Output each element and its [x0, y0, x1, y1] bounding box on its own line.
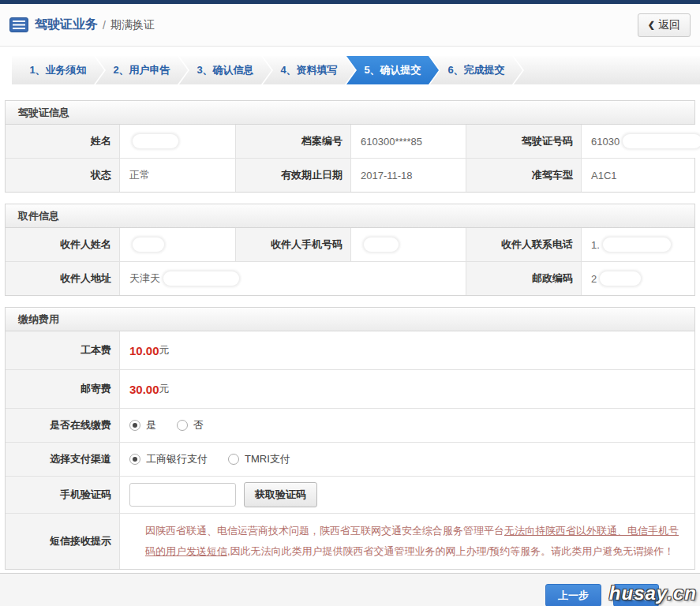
page-header: 驾驶证业务 / 期满换证 ❮ 返回 [0, 4, 700, 47]
table-row: 状态 正常 有效期止日期 2017-11-18 准驾车型 A1C1 [6, 158, 694, 192]
field-label-recipient-phone: 收件人联系电话 [466, 228, 582, 261]
field-label-name: 姓名 [6, 125, 120, 158]
breadcrumb-separator: / [103, 19, 106, 32]
field-label-expiry-date: 有效期止日期 [236, 159, 351, 192]
payment-channel-options: 工商银行支付 TMRI支付 [120, 443, 694, 476]
fee-row-postage: 邮寄费 30.00元 [6, 369, 694, 408]
field-label-recipient-address: 收件人地址 [6, 262, 120, 295]
footer-action-bar: 上一步 完成 [0, 573, 700, 606]
radio-label: TMRI支付 [245, 452, 290, 466]
section-title-pickup: 取件信息 [6, 204, 694, 228]
field-label-status: 状态 [6, 159, 120, 192]
field-value-vehicle-class: A1C1 [582, 159, 694, 192]
field-label-license-number: 驾驶证号码 [466, 125, 582, 158]
label-online-payment: 是否在线缴费 [6, 409, 120, 442]
section-pickup-info: 取件信息 收件人姓名 收件人手机号码 收件人联系电话 1. 收件人地址 天津天 … [5, 204, 695, 296]
section-title-fees: 缴纳费用 [6, 308, 694, 331]
fee-row-production-cost: 工本费 10.00元 [6, 331, 694, 369]
label-payment-channel: 选择支付渠道 [6, 443, 120, 476]
field-label-recipient-mobile: 收件人手机号码 [236, 228, 351, 261]
app-title: 驾驶证业务 [35, 17, 98, 33]
field-label-zip-code: 邮政编码 [466, 262, 582, 295]
watermark: husay.cn [609, 582, 697, 604]
fee-unit: 元 [159, 343, 170, 357]
label-sms-captcha: 手机验证码 [6, 477, 120, 513]
step-4-fill-data[interactable]: 4、资料填写 [263, 56, 355, 84]
step-5-confirm-submit-active[interactable]: 5、确认提交 [346, 56, 439, 84]
step-6-complete-submit[interactable]: 6、完成提交 [430, 56, 522, 84]
get-captcha-button[interactable]: 获取验证码 [244, 482, 317, 507]
radio-option-icbc-pay[interactable]: 工商银行支付 [129, 452, 208, 466]
section-fees: 缴纳费用 工本费 10.00元 邮寄费 30.00元 是否在线缴费 是 否 选择… [5, 307, 695, 570]
fee-unit: 元 [159, 382, 170, 396]
radio-unselected-icon[interactable] [228, 454, 239, 465]
fee-label-production-cost: 工本费 [6, 331, 120, 369]
step-1-business-notice[interactable]: 1、业务须知 [12, 56, 104, 84]
field-value-status: 正常 [120, 159, 236, 192]
section-license-info: 驾驶证信息 姓名 档案编号 610300****85 驾驶证号码 61030 状… [5, 100, 695, 193]
redaction-smudge [603, 238, 671, 252]
label-sms-notice: 短信接收提示 [6, 514, 120, 569]
row-payment-channel: 选择支付渠道 工商银行支付 TMRI支付 [6, 442, 694, 476]
back-button[interactable]: ❮ 返回 [638, 13, 691, 37]
field-label-file-number: 档案编号 [236, 125, 351, 158]
fee-value-postage: 30.00元 [120, 370, 694, 408]
online-payment-options: 是 否 [120, 409, 694, 442]
radio-selected-icon[interactable] [129, 420, 140, 431]
radio-label: 是 [146, 418, 156, 432]
chevron-left-icon: ❮ [648, 20, 655, 30]
sms-notice-text-cell: 因陕西省联通、电信运营商技术问题，陕西省互联网交通安全综合服务管理平台无法向持陕… [120, 514, 694, 569]
table-row: 姓名 档案编号 610300****85 驾驶证号码 61030 [6, 125, 694, 158]
sms-notice-text: 因陕西省联通、电信运营商技术问题，陕西省互联网交通安全综合服务管理平台无法向持陕… [129, 514, 694, 569]
field-value-recipient-address: 天津天 [120, 262, 466, 295]
captcha-input[interactable] [129, 483, 236, 507]
radio-label: 工商银行支付 [146, 452, 208, 466]
field-value-zip-code: 2 [582, 262, 694, 295]
field-value-license-number: 61030 [582, 125, 700, 158]
table-row: 收件人地址 天津天 邮政编码 2 [6, 261, 694, 295]
fee-label-postage: 邮寄费 [6, 370, 120, 408]
fee-amount: 30.00 [129, 383, 159, 396]
sms-captcha-controls: 获取验证码 [120, 477, 694, 513]
list-document-icon [9, 17, 28, 32]
radio-unselected-icon[interactable] [177, 420, 188, 431]
back-button-label: 返回 [658, 18, 680, 32]
previous-step-button[interactable]: 上一步 [545, 584, 601, 606]
step-strip-filler [514, 56, 700, 84]
field-label-vehicle-class: 准驾车型 [466, 159, 582, 192]
radio-option-no[interactable]: 否 [177, 418, 204, 432]
redaction-smudge [364, 238, 399, 252]
redaction-smudge [623, 134, 700, 148]
radio-label: 否 [193, 418, 204, 432]
redaction-smudge [600, 271, 641, 286]
row-sms-captcha: 手机验证码 获取验证码 [6, 476, 694, 513]
field-value-recipient-name [120, 228, 236, 261]
field-value-expiry-date: 2017-11-18 [351, 159, 466, 192]
field-value-name [120, 125, 236, 158]
redaction-smudge [163, 271, 239, 286]
radio-option-tmri-pay[interactable]: TMRI支付 [228, 452, 290, 466]
row-online-payment: 是否在线缴费 是 否 [6, 408, 694, 442]
row-sms-notice: 短信接收提示 因陕西省联通、电信运营商技术问题，陕西省互联网交通安全综合服务管理… [6, 513, 694, 569]
step-2-user-declaration[interactable]: 2、用户申告 [95, 56, 188, 84]
step-3-confirm-info[interactable]: 3、确认信息 [179, 56, 271, 84]
fee-amount: 10.00 [129, 344, 159, 357]
radio-option-yes[interactable]: 是 [129, 418, 156, 432]
field-value-recipient-mobile [351, 228, 466, 261]
fee-value-production-cost: 10.00元 [120, 331, 694, 369]
table-row: 收件人姓名 收件人手机号码 收件人联系电话 1. [6, 228, 694, 261]
field-value-recipient-phone: 1. [582, 228, 694, 261]
field-value-file-number: 610300****85 [351, 125, 466, 158]
redaction-smudge [133, 238, 164, 252]
field-label-recipient-name: 收件人姓名 [6, 228, 120, 261]
step-wizard: 1、业务须知 2、用户申告 3、确认信息 4、资料填写 5、确认提交 6、完成提… [0, 56, 700, 84]
radio-selected-icon[interactable] [129, 454, 140, 465]
section-title-license: 驾驶证信息 [6, 101, 694, 125]
redaction-smudge [133, 134, 178, 148]
page-title: 期满换证 [110, 18, 155, 32]
